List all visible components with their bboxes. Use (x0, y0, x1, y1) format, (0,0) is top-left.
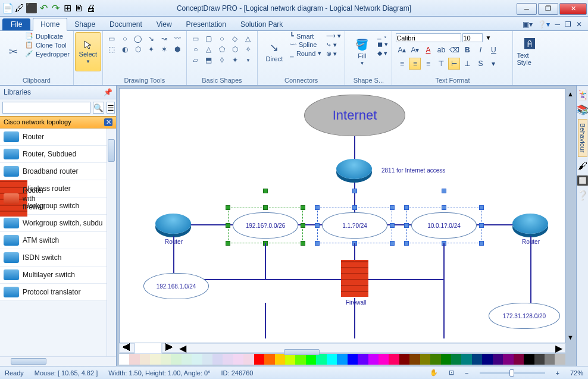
color-swatch[interactable] (420, 354, 430, 365)
shadow-button[interactable]: ◼ ▾ (377, 40, 388, 48)
color-swatch[interactable] (555, 354, 565, 365)
rotate-handle[interactable] (352, 189, 357, 193)
qat-icon[interactable]: ⊞ (63, 4, 71, 12)
more-fill-button[interactable]: ◆ ▾ (377, 49, 388, 57)
internet-cloud[interactable]: Internet (304, 95, 405, 136)
color-swatch[interactable] (389, 354, 399, 365)
library-item[interactable]: ATM switch (0, 232, 116, 249)
valign-bottom-button[interactable]: ⊥ (461, 58, 473, 70)
resize-handle[interactable] (315, 205, 320, 210)
connector-opt2[interactable]: ⤷ ▾ (326, 41, 341, 49)
library-item[interactable]: Router, Subdued (0, 146, 116, 163)
connector-opt3[interactable]: ⊗ ▾ (326, 50, 341, 58)
more-text-button[interactable]: ▾ (487, 58, 499, 70)
color-swatch[interactable] (316, 354, 326, 365)
color-swatch[interactable] (545, 354, 555, 365)
color-swatch[interactable] (451, 354, 461, 365)
align-center-button[interactable]: ≡ (409, 58, 421, 70)
rside-icon[interactable]: 🖌 (578, 161, 587, 171)
minimize-button[interactable]: ─ (517, 3, 537, 15)
tab-presentation[interactable]: Presentation (179, 18, 233, 30)
qat-undo-icon[interactable]: ↶ (39, 4, 48, 12)
vscroll-up[interactable]: ▲ (567, 90, 576, 99)
page-hscroll[interactable]: ⯇ ⯈ ◀ ▶ (119, 343, 565, 353)
font-family-input[interactable] (396, 33, 461, 42)
color-swatch[interactable] (368, 354, 379, 365)
library-item[interactable]: Protocol translator (0, 284, 116, 301)
underline-button[interactable]: U (487, 44, 499, 56)
rside-icon[interactable]: 🃏 (577, 89, 589, 101)
color-swatch[interactable] (223, 354, 233, 365)
select-tool-button[interactable]: Select▼ (75, 32, 101, 71)
resize-handle[interactable] (390, 223, 395, 228)
hscroll-left[interactable]: ◀ (177, 343, 189, 354)
library-scrollbar[interactable] (107, 128, 116, 356)
eyedropper-button[interactable]: 💉 Eyedropper (25, 50, 70, 58)
zoom-in-button[interactable]: + (556, 369, 559, 377)
connector-opt1[interactable]: ⟶ ▾ (326, 32, 341, 40)
clear-format-button[interactable]: ⌫ (448, 44, 460, 56)
resize-handle[interactable] (479, 241, 484, 246)
rotate-handle[interactable] (442, 189, 446, 193)
qat-icon[interactable]: ⬛ (27, 4, 36, 12)
router-left[interactable] (155, 214, 191, 234)
color-swatch[interactable] (150, 354, 160, 365)
color-palette[interactable] (119, 354, 565, 365)
zoom-out-button[interactable]: − (465, 369, 468, 377)
clone-tool-button[interactable]: 📋 Clone Tool (25, 41, 70, 49)
color-swatch[interactable] (306, 354, 316, 365)
page-tab[interactable] (135, 342, 162, 354)
color-swatch[interactable] (461, 354, 471, 365)
qat-redo-icon[interactable]: ↷ (51, 4, 60, 12)
shrink-font-button[interactable]: A▾ (409, 44, 421, 56)
color-swatch[interactable] (233, 354, 243, 365)
direct-connector-button[interactable]: ↘Direct (261, 32, 287, 71)
align-right-button[interactable]: ≡ (422, 58, 434, 70)
bold-button[interactable]: B (461, 44, 473, 56)
subnet-cloud-5[interactable]: 172.31.128.0/20 (489, 303, 560, 329)
color-swatch[interactable] (514, 354, 524, 365)
resize-handle[interactable] (226, 205, 230, 210)
color-swatch[interactable] (161, 354, 171, 365)
color-swatch[interactable] (295, 354, 305, 365)
tab-view[interactable]: View (149, 18, 179, 30)
router-right[interactable] (512, 214, 548, 234)
duplicate-button[interactable]: 📑 Duplicate (25, 32, 70, 40)
zoom-percent[interactable]: 72% (570, 369, 583, 377)
color-swatch[interactable] (524, 354, 534, 365)
color-swatch[interactable] (285, 354, 295, 365)
color-swatch[interactable] (202, 354, 212, 365)
rotate-handle[interactable] (263, 189, 268, 193)
zoom-fit-icon[interactable]: ⊡ (449, 369, 454, 377)
qat-icon[interactable]: 📄 (4, 4, 12, 12)
color-swatch[interactable] (243, 354, 254, 365)
vscroll-down[interactable]: ▼ (567, 334, 576, 342)
color-swatch[interactable] (212, 354, 223, 365)
rside-icon[interactable]: 🔲 (577, 175, 589, 186)
align-left-button[interactable]: ≡ (396, 58, 408, 70)
color-swatch[interactable] (337, 354, 347, 365)
color-swatch[interactable] (482, 354, 492, 365)
text-style-button[interactable]: 🅰Text Style (517, 32, 543, 71)
color-swatch[interactable] (254, 354, 264, 365)
resize-handle[interactable] (301, 205, 305, 210)
fill-button[interactable]: 🪣Fill▼ (349, 32, 375, 71)
resize-handle[interactable] (479, 205, 484, 210)
spline-connector-button[interactable]: 〰 Spline (290, 41, 321, 48)
tab-solution-park[interactable]: Solution Park (233, 18, 290, 30)
drawing-tools-row2[interactable]: ⬚◐⬡✦✶⬢ (107, 45, 183, 54)
scrollbar-thumb[interactable] (11, 358, 46, 365)
resize-handle[interactable] (263, 205, 268, 210)
library-options-button[interactable]: ☰ (107, 102, 115, 114)
highlight-button[interactable]: ab (435, 44, 447, 56)
library-item[interactable]: Router with firewall (0, 180, 27, 217)
zoom-slider-thumb[interactable] (509, 369, 514, 377)
rside-icon[interactable]: 📚 (577, 104, 589, 115)
library-item[interactable]: Workgroup switch, subdu (0, 215, 116, 232)
library-category[interactable]: Cisco network topology ✕ (0, 116, 116, 128)
window-options-icon[interactable]: ▣▾ (523, 20, 533, 29)
color-swatch[interactable] (493, 354, 503, 365)
color-swatch[interactable] (441, 354, 451, 365)
router-internet[interactable] (336, 159, 372, 179)
close-category-icon[interactable]: ✕ (104, 118, 112, 126)
